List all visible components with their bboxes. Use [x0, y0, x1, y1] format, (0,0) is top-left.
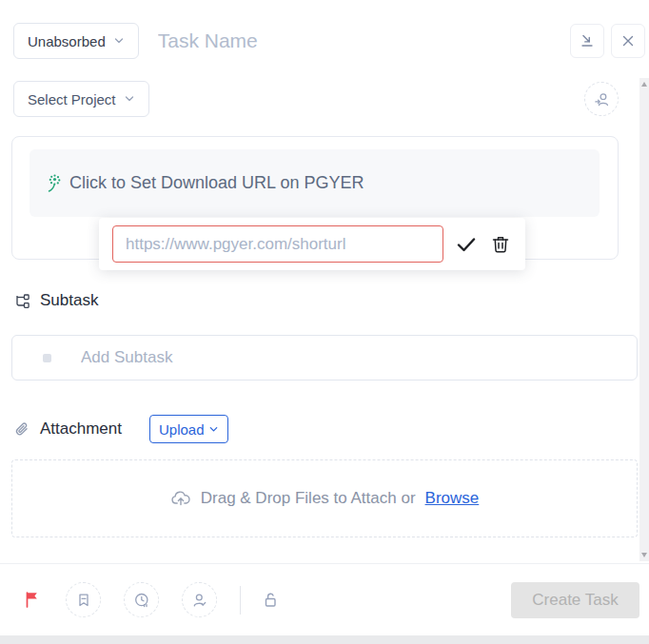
add-subtask-input[interactable]: [81, 348, 637, 367]
confirm-url-button[interactable]: [455, 233, 478, 256]
banner-text: Click to Set Download URL on PGYER: [69, 173, 364, 193]
modal-header: Unabsorbed: [0, 0, 649, 61]
vertical-scrollbar[interactable]: [639, 78, 649, 561]
dandelion-icon: [46, 173, 62, 193]
chevron-down-icon: [208, 424, 219, 435]
assign-user-button[interactable]: [584, 82, 619, 116]
time-button[interactable]: [124, 582, 159, 617]
page-background-strip: [0, 635, 649, 644]
browse-link[interactable]: Browse: [425, 489, 480, 508]
member-icon: [190, 591, 209, 610]
close-button[interactable]: [611, 24, 645, 58]
check-icon: [455, 233, 478, 256]
minimize-icon: [579, 32, 596, 49]
add-subtask-box[interactable]: [11, 335, 638, 381]
attachment-section-header: Attachment Upload: [11, 415, 638, 443]
modal-body: Select Project: [0, 81, 649, 537]
footer-divider: [240, 586, 241, 615]
cloud-upload-icon: [170, 488, 191, 509]
lock-icon: [261, 590, 281, 610]
paperclip-icon: [13, 420, 31, 439]
subtask-title: Subtask: [40, 291, 98, 310]
select-project-label: Select Project: [28, 91, 116, 107]
chevron-down-icon: [113, 35, 125, 47]
privacy-lock-button[interactable]: [261, 590, 281, 610]
create-task-modal: Unabsorbed Select Project: [0, 0, 649, 635]
upload-dropdown-button[interactable]: Upload: [149, 415, 228, 443]
trash-icon: [489, 233, 512, 256]
download-url-card: Click to Set Download URL on PGYER: [11, 136, 619, 260]
bookmark-icon: [74, 591, 93, 610]
status-dropdown-label: Unabsorbed: [28, 33, 106, 49]
header-actions: [570, 24, 645, 58]
scrollbar-down-arrow[interactable]: [641, 553, 647, 557]
file-dropzone[interactable]: Drag & Drop Files to Attach or Browse: [11, 459, 638, 537]
priority-flag-button[interactable]: [23, 590, 43, 610]
create-task-button[interactable]: Create Task: [511, 582, 639, 618]
dropzone-text: Drag & Drop Files to Attach or: [201, 489, 416, 508]
delete-url-button[interactable]: [489, 233, 512, 256]
subtask-icon: [13, 292, 31, 310]
assign-user-icon: [593, 90, 611, 108]
task-name-input[interactable]: [158, 29, 562, 52]
chevron-down-icon: [124, 93, 135, 105]
attachment-title: Attachment: [40, 420, 122, 439]
bookmark-button[interactable]: [66, 582, 101, 617]
subtask-section-header: Subtask: [11, 291, 638, 310]
project-row: Select Project: [11, 81, 638, 117]
select-project-dropdown[interactable]: Select Project: [13, 81, 149, 117]
subtask-bullet-icon: [43, 354, 51, 362]
minimize-button[interactable]: [570, 24, 604, 58]
close-icon: [620, 32, 637, 49]
download-url-input[interactable]: [112, 225, 443, 263]
upload-label: Upload: [159, 421, 205, 438]
member-button[interactable]: [182, 582, 217, 617]
flag-icon: [23, 590, 43, 610]
time-icon: [132, 591, 151, 610]
modal-footer: Create Task: [0, 563, 649, 635]
set-download-url-banner[interactable]: Click to Set Download URL on PGYER: [30, 149, 600, 217]
status-dropdown[interactable]: Unabsorbed: [13, 23, 139, 59]
scrollbar-up-arrow[interactable]: [641, 82, 647, 87]
url-popover: [99, 218, 525, 270]
